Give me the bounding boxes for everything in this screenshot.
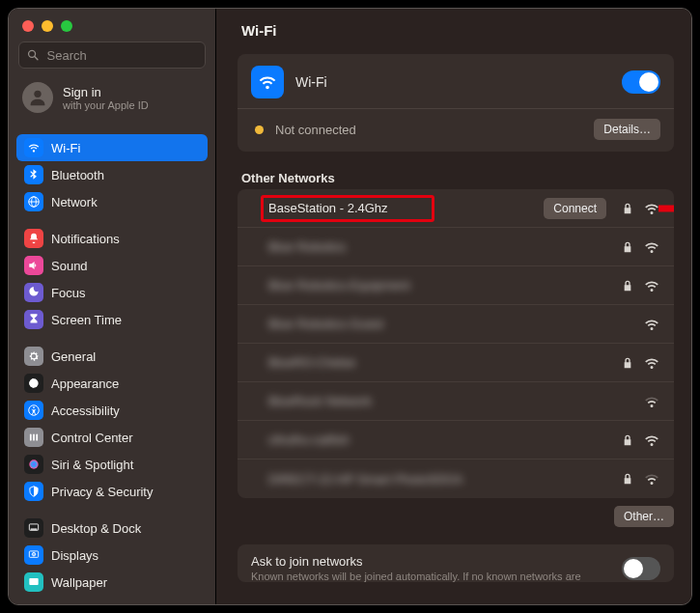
sidebar-item-label: Appearance (51, 376, 119, 391)
lock-icon (620, 355, 635, 371)
sidebar-item-wi-fi[interactable]: Wi-Fi (16, 134, 208, 161)
sidebar-item-wallpaper[interactable]: Wallpaper (16, 569, 208, 596)
network-row[interactable]: BlueRock Network (238, 382, 674, 421)
ask-toggle[interactable] (622, 557, 660, 580)
search-field[interactable] (18, 42, 206, 69)
network-row[interactable]: cthulhu-catfish (238, 421, 674, 460)
lock-icon (620, 239, 635, 255)
sidebar-item-siri-spotlight[interactable]: Siri & Spotlight (16, 451, 208, 478)
settings-window: Sign in with your Apple ID Wi-FiBluetoot… (8, 8, 692, 605)
sidebar-item-privacy-security[interactable]: Privacy & Security (16, 478, 208, 505)
network-name: Blue Robotics (268, 239, 612, 254)
wifi-card-title: Wi-Fi (295, 74, 327, 90)
network-row[interactable]: BaseStation - 2.4GhzConnect (238, 189, 674, 228)
wifi-signal-icon (643, 354, 660, 372)
wifi-signal-icon (643, 316, 660, 333)
sidebar-item-label: Sound (51, 259, 88, 273)
sidebar-item-bluetooth[interactable]: Bluetooth (16, 161, 208, 188)
wifi-status-panel: Wi-Fi Not connected Details… (238, 54, 674, 152)
lock-icon (620, 278, 635, 293)
sidebar-item-label: Wallpaper (51, 575, 107, 590)
wifi-icon (24, 138, 43, 157)
page-title: Wi-Fi (216, 9, 691, 48)
svg-point-2 (34, 91, 41, 98)
accessibility-icon (24, 401, 43, 420)
lock-icon (620, 471, 635, 487)
network-row[interactable]: Blue Robotics-Guest (238, 305, 674, 344)
displays-icon (24, 545, 43, 565)
sidebar-item-label: Bluetooth (51, 168, 104, 182)
network-row[interactable]: Blue Robotics (238, 228, 674, 266)
details-button[interactable]: Details… (594, 119, 660, 140)
sidebar-item-general[interactable]: General (16, 343, 208, 370)
sidebar-item-appearance[interactable]: Appearance (16, 370, 208, 397)
avatar (22, 82, 53, 113)
sidebar-item-label: Desktop & Dock (51, 521, 141, 536)
minimize-window[interactable] (42, 20, 53, 32)
other-network-button[interactable]: Other… (614, 506, 674, 527)
sidebar-item-screen-time[interactable]: Screen Time (16, 306, 208, 333)
sidebar-item-network[interactable]: Network (16, 188, 208, 215)
network-list: BaseStation - 2.4GhzConnectBlue Robotics… (238, 189, 674, 498)
sidebar-item-label: Screen Time (51, 313, 122, 327)
wifi-signal-icon (643, 393, 660, 410)
network-row[interactable]: Blue Robotics-Equipment (238, 266, 674, 305)
sidebar-item-focus[interactable]: Focus (16, 279, 208, 306)
sidebar-item-sound[interactable]: Sound (16, 252, 208, 279)
sidebar-item-label: Focus (51, 286, 85, 300)
lock-icon (620, 201, 635, 216)
wifi-signal-icon (643, 277, 660, 294)
sidebar-item-displays[interactable]: Displays (16, 542, 208, 569)
sidebar-item-label: Accessibility (51, 404, 120, 418)
sign-in-subtitle: with your Apple ID (63, 99, 149, 111)
connect-button[interactable]: Connect (544, 198, 606, 219)
sidebar: Sign in with your Apple ID Wi-FiBluetoot… (9, 9, 216, 604)
wifi-toggle[interactable] (622, 70, 660, 94)
network-row[interactable]: BlueRO-Chelse (238, 344, 674, 382)
sidebar-item-desktop-dock[interactable]: Desktop & Dock (16, 515, 208, 542)
network-name: BlueRO-Chelse (268, 355, 612, 370)
sound-icon (24, 256, 43, 275)
bluetooth-icon (24, 165, 43, 184)
ask-subtitle: Known networks will be joined automatica… (251, 571, 610, 582)
wallpaper-icon (24, 572, 43, 592)
lock-icon (620, 432, 635, 448)
network-name: DIRECT-22-HP Smart PhotoSDOA (268, 472, 612, 487)
sidebar-item-label: Siri & Spotlight (51, 458, 133, 472)
sidebar-item-notifications[interactable]: Notifications (16, 225, 208, 252)
sidebar-item-label: Displays (51, 548, 98, 563)
control-icon (24, 428, 43, 447)
other-networks-label: Other Networks (241, 171, 670, 185)
network-row[interactable]: DIRECT-22-HP Smart PhotoSDOA (238, 460, 674, 498)
sidebar-item-control-center[interactable]: Control Center (16, 424, 208, 451)
network-name: BlueRock Network (268, 394, 612, 408)
network-name: Blue Robotics-Guest (268, 317, 612, 331)
svg-line-1 (35, 57, 38, 60)
maximize-window[interactable] (61, 20, 72, 32)
wifi-signal-icon (643, 470, 660, 488)
dock-icon (24, 518, 43, 538)
appearance-icon (24, 374, 43, 393)
wifi-signal-icon (643, 200, 660, 217)
close-window[interactable] (22, 20, 34, 32)
wifi-status-text: Not connected (275, 123, 356, 137)
search-input[interactable] (45, 47, 198, 64)
sidebar-item-label: General (51, 349, 96, 364)
sidebar-item-label: Network (51, 195, 98, 209)
sidebar-item-label: Control Center (51, 431, 133, 445)
ask-title: Ask to join networks (251, 554, 610, 569)
status-indicator (255, 125, 264, 134)
focus-icon (24, 283, 43, 302)
network-name: Blue Robotics-Equipment (268, 278, 612, 293)
gear-icon (24, 347, 43, 366)
sidebar-item-label: Privacy & Security (51, 485, 153, 499)
ask-to-join-panel: Ask to join networks Known networks will… (238, 544, 674, 582)
sidebar-item-accessibility[interactable]: Accessibility (16, 397, 208, 424)
search-icon (27, 48, 40, 62)
sign-in-row[interactable]: Sign in with your Apple ID (9, 72, 215, 125)
network-name: cthulhu-catfish (268, 432, 612, 447)
hourglass-icon (24, 310, 43, 329)
network-name: BaseStation - 2.4Ghz (268, 201, 544, 215)
sign-in-title: Sign in (63, 85, 149, 99)
wifi-signal-icon (643, 238, 660, 256)
